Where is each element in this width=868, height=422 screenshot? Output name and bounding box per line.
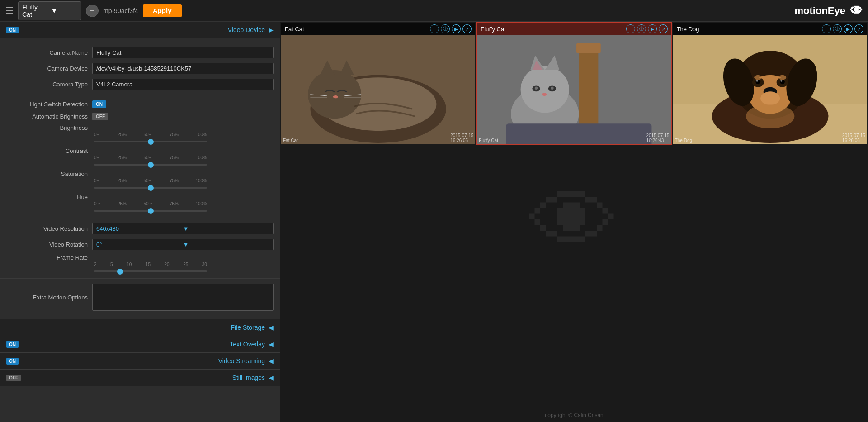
fat-cat-image: Fat Cat 2015-07-1516:26:05: [281, 35, 475, 144]
the-dog-play-btn[interactable]: ▶: [844, 24, 853, 33]
contrast-ticks: 0%25%50%75%100%: [94, 155, 207, 160]
hue-slider[interactable]: [94, 210, 207, 212]
top-bar: ☰ Fluffy Cat ▼ − mp-90acf3f4 Apply motio…: [0, 0, 868, 22]
camera-type-label: Camera Type: [6, 81, 88, 88]
frame-rate-slider[interactable]: [94, 270, 207, 272]
fluffy-cat-image: Fluffy Cat 2015-07-1516:26:43: [477, 35, 671, 144]
camera-grid: Fat Cat − ⓘ ▶ ↗: [280, 22, 868, 145]
video-rotation-label: Video Rotation: [6, 241, 88, 248]
logo-watermark: 👁: [529, 170, 619, 274]
svg-point-22: [551, 87, 553, 90]
fat-cat-minus-btn[interactable]: −: [430, 24, 439, 33]
camera-device-input[interactable]: [92, 63, 274, 74]
camera-name-row: Camera Name: [0, 45, 280, 61]
camera-type-input[interactable]: [92, 79, 274, 90]
camera-content: Fat Cat − ⓘ ▶ ↗: [280, 22, 868, 422]
fluffy-cat-svg: [477, 35, 671, 144]
copyright-text: copyright © Calin Crisan: [545, 412, 604, 418]
the-dog-image: The Dog 2015-07-1516:26:06: [673, 35, 867, 144]
fluffy-cat-minus-btn[interactable]: −: [626, 24, 635, 33]
fat-cat-overlay-left: Fat Cat: [283, 138, 298, 143]
fat-cat-svg: [281, 35, 475, 144]
svg-point-37: [780, 80, 782, 82]
video-resolution-select[interactable]: 640x480 ▼: [92, 223, 274, 234]
extra-motion-textarea[interactable]: [92, 284, 274, 311]
contrast-slider[interactable]: [94, 164, 207, 166]
svg-rect-24: [506, 123, 652, 144]
video-device-section-header[interactable]: ON Video Device ▶: [0, 22, 280, 38]
video-resolution-row: Video Resolution 640x480 ▼: [0, 221, 280, 237]
the-dog-overlay-left: The Dog: [675, 138, 692, 143]
video-resolution-arrow-icon: ▼: [183, 225, 270, 232]
dropdown-arrow-icon: ▼: [51, 7, 77, 14]
video-streaming-chevron-icon: ◀: [269, 357, 274, 365]
video-rotation-select[interactable]: 0° ▼: [92, 239, 274, 250]
the-dog-fullscreen-btn[interactable]: ↗: [854, 24, 863, 33]
svg-point-23: [542, 93, 547, 96]
fat-cat-fullscreen-btn[interactable]: ↗: [462, 24, 472, 33]
fat-cat-play-btn[interactable]: ▶: [452, 24, 461, 33]
settings-icon[interactable]: ☰: [5, 5, 14, 16]
text-overlay-section-header[interactable]: ON Text Overlay ◀: [0, 336, 280, 353]
selected-camera-name: Fluffy Cat: [22, 4, 48, 18]
svg-point-41: [778, 75, 786, 80]
fluffy-cat-controls: − ⓘ ▶ ↗: [626, 24, 668, 33]
fluffy-cat-play-btn[interactable]: ▶: [648, 24, 657, 33]
light-switch-toggle[interactable]: ON: [92, 100, 106, 108]
video-device-toggle[interactable]: ON: [6, 27, 19, 33]
still-images-section-header[interactable]: OFF Still Images ◀: [0, 370, 280, 386]
brightness-ticks: 0%25%50%75%100%: [94, 132, 207, 137]
main-layout: ON Video Device ▶ Camera Name Camera Dev…: [0, 22, 868, 422]
fat-cat-overlay-right: 2015-07-1516:26:05: [450, 133, 473, 143]
video-streaming-toggle[interactable]: ON: [6, 358, 19, 365]
camera-tile-fluffy-cat[interactable]: Fluffy Cat − ⓘ ▶ ↗: [476, 22, 672, 145]
saturation-ticks: 0%25%50%75%100%: [94, 178, 207, 183]
auto-brightness-toggle[interactable]: OFF: [92, 113, 108, 120]
saturation-slider-row: Saturation 0%25%50%75%100%: [0, 169, 280, 192]
svg-point-15: [521, 66, 569, 113]
svg-point-40: [754, 75, 762, 80]
svg-point-39: [760, 91, 780, 105]
still-images-title: Still Images: [232, 374, 265, 381]
brightness-slider[interactable]: [94, 141, 207, 142]
fluffy-cat-fullscreen-btn[interactable]: ↗: [659, 24, 668, 33]
camera-tile-the-dog[interactable]: The Dog − ⓘ ▶ ↗: [672, 22, 868, 145]
brightness-label: Brightness: [6, 124, 88, 131]
camera-device-row: Camera Device: [0, 61, 280, 76]
auto-brightness-row: Automatic Brightness OFF: [0, 110, 280, 123]
file-storage-section-header[interactable]: File Storage ◀: [0, 319, 280, 336]
contrast-slider-row: Contrast 0%25%50%75%100%: [0, 146, 280, 169]
extra-motion-label: Extra Motion Options: [6, 294, 88, 301]
remove-camera-button[interactable]: −: [86, 5, 99, 17]
video-device-chevron-icon: ▶: [269, 26, 274, 33]
still-images-toggle[interactable]: OFF: [6, 375, 21, 381]
video-rotation-row: Video Rotation 0° ▼: [0, 237, 280, 252]
camera-name-input[interactable]: [92, 47, 274, 58]
hue-label: Hue: [6, 194, 88, 200]
still-images-chevron-icon: ◀: [269, 374, 274, 381]
hue-ticks: 0%25%50%75%100%: [94, 201, 207, 206]
the-dog-overlay-right: 2015-07-1516:26:06: [842, 133, 865, 143]
camera-tile-fat-cat[interactable]: Fat Cat − ⓘ ▶ ↗: [280, 22, 476, 145]
saturation-slider[interactable]: [94, 187, 207, 189]
camera-tile-fat-cat-header: Fat Cat − ⓘ ▶ ↗: [281, 23, 475, 35]
camera-tile-fluffy-cat-header: Fluffy Cat − ⓘ ▶ ↗: [477, 23, 671, 35]
brand-name: motionEye: [795, 5, 845, 17]
fat-cat-info-btn[interactable]: ⓘ: [441, 24, 450, 33]
svg-point-3: [308, 70, 361, 119]
svg-point-21: [535, 87, 538, 90]
apply-button[interactable]: Apply: [143, 4, 182, 17]
contrast-label: Contrast: [6, 147, 88, 154]
file-storage-title: File Storage: [231, 324, 265, 331]
svg-rect-12: [579, 46, 599, 133]
fat-cat-controls: − ⓘ ▶ ↗: [430, 24, 472, 33]
video-resolution-label: Video Resolution: [6, 225, 88, 232]
the-dog-info-btn[interactable]: ⓘ: [833, 24, 842, 33]
fluffy-cat-info-btn[interactable]: ⓘ: [637, 24, 646, 33]
text-overlay-toggle[interactable]: ON: [6, 341, 19, 348]
the-dog-controls: − ⓘ ▶ ↗: [822, 24, 863, 33]
the-dog-minus-btn[interactable]: −: [822, 24, 831, 33]
video-streaming-section-header[interactable]: ON Video Streaming ◀: [0, 353, 280, 370]
brightness-slider-row: Brightness 0%25%50%75%100%: [0, 123, 280, 146]
camera-select[interactable]: Fluffy Cat ▼: [18, 1, 81, 20]
